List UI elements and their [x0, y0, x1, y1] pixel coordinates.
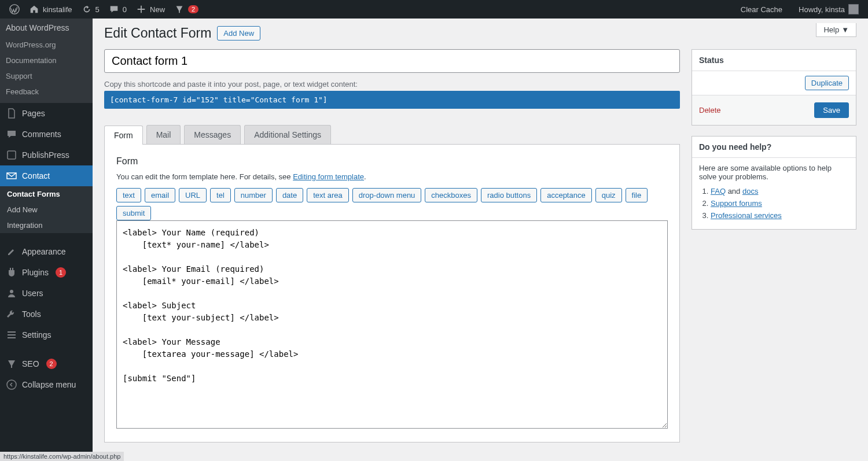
comments-count: 0 — [123, 5, 127, 14]
sidebar-comments[interactable]: Comments — [0, 124, 93, 145]
sidebar-appearance[interactable]: Appearance — [0, 241, 93, 262]
form-panel: Form You can edit the form template here… — [104, 145, 680, 442]
sidebar-plugins[interactable]: Plugins1 — [0, 262, 93, 283]
brush-icon — [6, 246, 17, 257]
tag-btn-radio-buttons[interactable]: radio buttons — [481, 188, 537, 202]
tag-btn-text-area[interactable]: text area — [307, 188, 349, 202]
sidebar-documentation[interactable]: Documentation — [0, 53, 93, 68]
form-desc: You can edit the form template here. For… — [116, 172, 668, 181]
tag-btn-checkboxes[interactable]: checkboxes — [425, 188, 477, 202]
sidebar-support[interactable]: Support — [0, 68, 93, 84]
sliders-icon — [6, 329, 17, 341]
tab-mail[interactable]: Mail — [146, 125, 181, 144]
sidebar-contact-submenu: Contact Forms Add New Integration — [0, 186, 93, 233]
chevron-down-icon: ▼ — [841, 25, 849, 34]
new-content-link[interactable]: New — [131, 0, 170, 19]
sidebar-contact-addnew[interactable]: Add New — [0, 202, 93, 217]
site-name-link[interactable]: kinstalife — [24, 0, 77, 19]
tag-btn-tel[interactable]: tel — [210, 188, 231, 202]
page-title: Edit Contact Form — [104, 25, 211, 41]
pro-link[interactable]: Professional services — [711, 211, 782, 220]
plugin-icon — [6, 267, 17, 278]
sidebar-feedback[interactable]: Feedback — [0, 84, 93, 99]
save-button[interactable]: Save — [814, 102, 849, 118]
duplicate-button[interactable]: Duplicate — [805, 76, 849, 90]
svg-point-2 — [10, 290, 13, 293]
new-label: New — [150, 5, 165, 14]
sidebar-about[interactable]: About WordPress — [0, 19, 93, 37]
tag-btn-date[interactable]: date — [276, 188, 303, 202]
status-title: Status — [692, 50, 856, 71]
sidebar-contact-integration[interactable]: Integration — [0, 217, 93, 233]
svg-point-3 — [7, 380, 16, 389]
help-item-pro: Professional services — [711, 211, 849, 220]
page-icon — [6, 108, 17, 119]
tag-buttons-row: textemailURLtelnumberdatetext areadrop-d… — [116, 188, 668, 220]
yoast-link[interactable]: 2 — [170, 0, 203, 19]
delete-link[interactable]: Delete — [699, 106, 721, 115]
tag-btn-drop-down-menu[interactable]: drop-down menu — [352, 188, 422, 202]
docs-link[interactable]: docs — [742, 187, 758, 196]
mail-icon — [6, 170, 17, 182]
svg-rect-1 — [8, 151, 16, 159]
admin-sidebar: About WordPress WordPress.org Documentat… — [0, 19, 93, 461]
faq-link[interactable]: FAQ — [711, 187, 726, 196]
form-template-textarea[interactable] — [116, 220, 668, 429]
sidebar-pages[interactable]: Pages — [0, 103, 93, 124]
sidebar-publishpress[interactable]: PublishPress — [0, 145, 93, 165]
status-bar-url: https://kinstalife.com/wp-admin/about.ph… — [0, 452, 124, 461]
forums-link[interactable]: Support forums — [711, 199, 762, 208]
tab-messages[interactable]: Messages — [184, 125, 241, 144]
sidebar-contact[interactable]: Contact — [0, 165, 93, 186]
comment-icon — [6, 128, 17, 140]
form-title-input[interactable] — [104, 49, 680, 73]
editing-template-link[interactable]: Editing form template — [293, 172, 364, 181]
tag-btn-number[interactable]: number — [234, 188, 273, 202]
tag-btn-email[interactable]: email — [145, 188, 175, 202]
home-icon — [29, 4, 39, 14]
sidebar-contact-forms[interactable]: Contact Forms — [0, 186, 93, 202]
comment-icon — [109, 4, 119, 14]
updates-link[interactable]: 5 — [77, 0, 104, 19]
my-account-link[interactable]: Howdy, kinsta — [794, 0, 863, 19]
yoast-icon — [174, 4, 185, 14]
tag-btn-file[interactable]: file — [626, 188, 648, 202]
sidebar-tools[interactable]: Tools — [0, 304, 93, 324]
sidebar-settings[interactable]: Settings — [0, 324, 93, 345]
tab-additional[interactable]: Additional Settings — [244, 125, 331, 144]
user-icon — [6, 287, 17, 299]
sidebar-collapse[interactable]: Collapse menu — [0, 374, 93, 395]
sidebar-seo[interactable]: SEO2 — [0, 353, 93, 374]
editor-tabs: Form Mail Messages Additional Settings — [104, 125, 680, 145]
clear-cache-link[interactable]: Clear Cache — [736, 0, 787, 19]
form-heading: Form — [116, 156, 668, 167]
wp-logo[interactable] — [5, 0, 24, 19]
help-postbox: Do you need help? Here are some availabl… — [692, 136, 856, 230]
howdy-text: Howdy, kinsta — [799, 5, 845, 14]
sidebar-wporg[interactable]: WordPress.org — [0, 37, 93, 53]
tag-btn-acceptance[interactable]: acceptance — [540, 188, 592, 202]
updates-count: 5 — [95, 5, 100, 14]
site-name: kinstalife — [43, 5, 72, 14]
tag-btn-submit[interactable]: submit — [116, 206, 151, 220]
main-content: Help▼ Edit Contact Form Add New Copy thi… — [93, 19, 868, 461]
status-postbox: Status Duplicate Delete Save — [692, 49, 856, 126]
tag-btn-URL[interactable]: URL — [179, 188, 207, 202]
shortcode-box[interactable]: [contact-form-7 id="152" title="Contact … — [104, 91, 680, 109]
yoast-badge: 2 — [188, 5, 198, 13]
add-new-button[interactable]: Add New — [217, 26, 260, 40]
avatar — [848, 4, 859, 14]
collapse-icon — [6, 379, 17, 390]
refresh-icon — [82, 4, 92, 14]
wrench-icon — [6, 308, 17, 320]
tab-form[interactable]: Form — [104, 126, 143, 145]
admin-bar: kinstalife 5 0 New 2 Clear Cache Howdy, … — [0, 0, 868, 19]
tag-btn-quiz[interactable]: quiz — [595, 188, 622, 202]
help-item-faq: FAQ and docs — [711, 187, 849, 196]
comments-link[interactable]: 0 — [104, 0, 131, 19]
help-tab[interactable]: Help▼ — [816, 23, 856, 37]
help-title: Do you need help? — [692, 137, 856, 158]
seo-badge: 2 — [46, 359, 57, 369]
sidebar-users[interactable]: Users — [0, 283, 93, 304]
tag-btn-text[interactable]: text — [116, 188, 141, 202]
